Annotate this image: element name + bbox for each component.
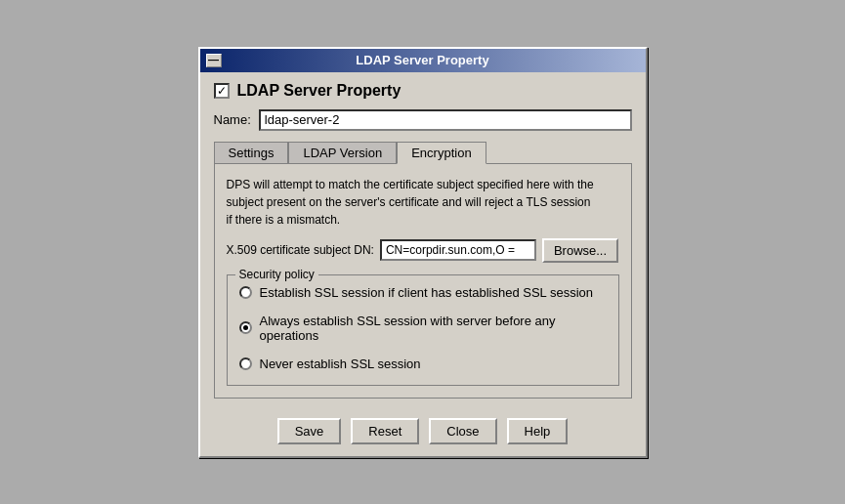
main-window: — LDAP Server Property ✓ LDAP Server Pro… — [198, 47, 648, 458]
bottom-buttons: Save Reset Close Help — [200, 408, 646, 456]
tab-encryption[interactable]: Encryption — [397, 142, 486, 164]
cert-label: X.509 certificate subject DN: — [227, 243, 374, 257]
tab-settings[interactable]: Settings — [214, 142, 289, 164]
description-text: DPS will attempt to match the certificat… — [227, 176, 619, 229]
enabled-checkbox[interactable]: ✓ — [214, 83, 230, 99]
window-header: ✓ LDAP Server Property — [214, 82, 632, 100]
radio-btn-never-establish[interactable] — [239, 357, 252, 370]
cert-input[interactable] — [380, 239, 536, 261]
group-legend: Security policy — [235, 268, 318, 281]
radio-always-establish[interactable]: Always establish SSL session with server… — [239, 314, 607, 343]
name-input[interactable] — [259, 109, 632, 131]
minimize-icon: — — [208, 55, 219, 65]
tab-content-encryption: DPS will attempt to match the certificat… — [214, 163, 632, 399]
radio-never-establish[interactable]: Never establish SSL session — [239, 357, 607, 371]
save-button[interactable]: Save — [277, 418, 342, 444]
radio-label-never-establish: Never establish SSL session — [260, 357, 421, 371]
close-button[interactable]: Close — [429, 418, 496, 444]
radio-label-establish-if-client: Establish SSL session if client has esta… — [260, 285, 594, 300]
radio-btn-always-establish[interactable] — [239, 321, 252, 334]
header-title: LDAP Server Property — [237, 82, 401, 100]
minimize-button[interactable]: — — [206, 54, 222, 67]
radio-establish-if-client[interactable]: Establish SSL session if client has esta… — [239, 285, 607, 300]
radio-btn-establish-if-client[interactable] — [239, 286, 252, 299]
window-content: ✓ LDAP Server Property Name: Settings LD… — [200, 72, 646, 408]
cert-row: X.509 certificate subject DN: Browse... — [227, 238, 619, 263]
security-policy-group: Security policy Establish SSL session if… — [227, 274, 619, 386]
reset-button[interactable]: Reset — [351, 418, 419, 444]
window-title: LDAP Server Property — [222, 53, 624, 67]
name-label: Name: — [214, 112, 251, 127]
name-row: Name: — [214, 109, 632, 131]
title-bar: — LDAP Server Property — [200, 49, 646, 72]
radio-label-always-establish: Always establish SSL session with server… — [260, 314, 607, 343]
tab-bar: Settings LDAP Version Encryption — [214, 141, 632, 163]
help-button[interactable]: Help — [507, 418, 569, 444]
tab-ldap-version[interactable]: LDAP Version — [288, 142, 397, 164]
browse-button[interactable]: Browse... — [542, 238, 618, 263]
